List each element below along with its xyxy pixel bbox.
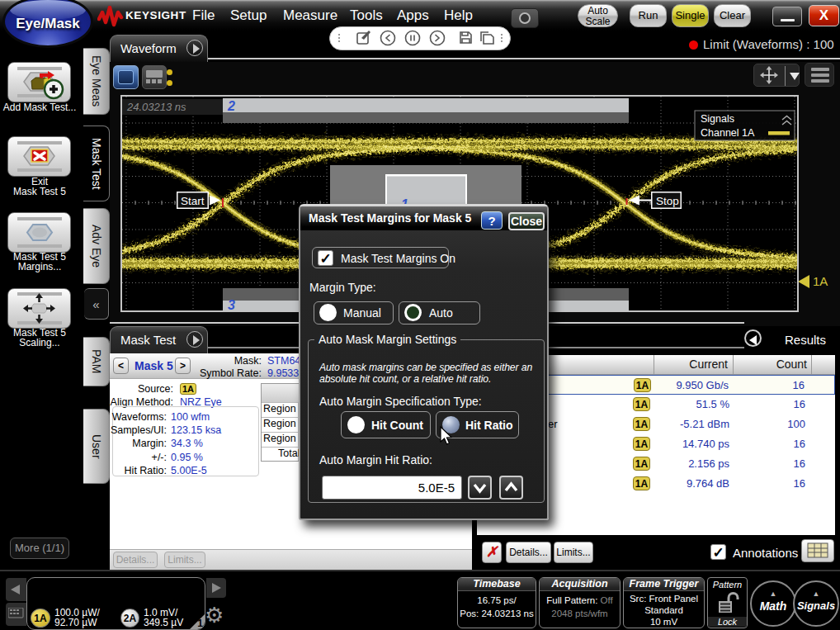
svg-text:Stop: Stop [656, 195, 679, 207]
svg-text:Channel 1A: Channel 1A [701, 127, 755, 139]
svg-text:3: 3 [228, 298, 235, 310]
svg-text:1A: 1A [813, 274, 828, 288]
svg-text:Signals: Signals [701, 113, 734, 125]
svg-text:2: 2 [227, 99, 235, 113]
svg-text:Start: Start [181, 195, 205, 207]
svg-text:24.03213 ns: 24.03213 ns [126, 101, 186, 113]
